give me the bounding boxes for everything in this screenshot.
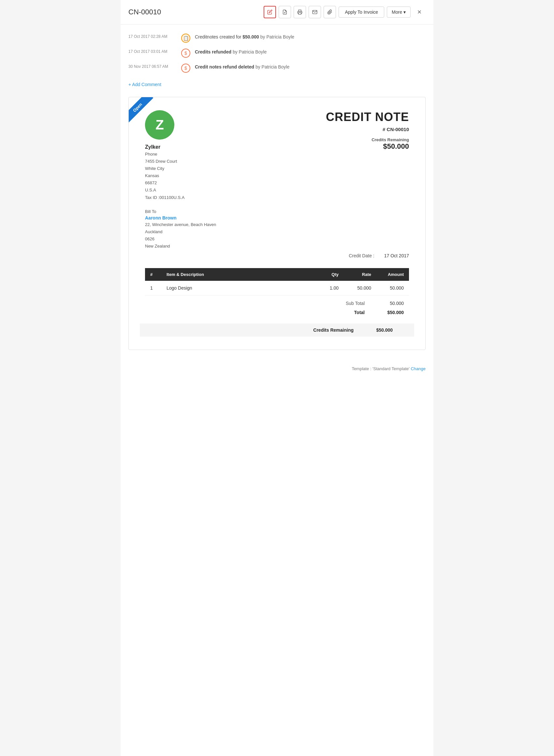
item-description: Logo Design [161, 281, 318, 296]
items-table: # Item & Description Qty Rate Amount 1 L… [145, 268, 409, 296]
credits-remaining-footer-value: $50.000 [364, 327, 393, 333]
credit-date-value: 17 Oct 2017 [384, 253, 409, 258]
activity-item-2: 17 Oct 2017 03:01 AM $ Credits refunded … [128, 46, 426, 61]
activity-text-3: Credit notes refund deleted by Patricia … [195, 64, 426, 69]
company-address-4: 66872 [145, 180, 184, 187]
more-button[interactable]: More ▾ [387, 6, 410, 17]
document-title: CREDIT NOTE [326, 110, 409, 124]
credits-remaining-label: Credits Remaining [326, 137, 409, 142]
document-title-section: CREDIT NOTE # CN-00010 Credits Remaining… [326, 110, 409, 151]
col-header-qty: Qty [318, 268, 344, 281]
credits-remaining-footer-row: Credits Remaining $50.000 [140, 323, 414, 337]
company-tax: Tax ID :001100U.S.A [145, 194, 184, 201]
activity-text-1: Creditnotes created for $50.000 by Patri… [195, 34, 426, 40]
activity-item-1: 17 Oct 2017 02:28 AM 📋 Creditnotes creat… [128, 31, 426, 46]
attach-button[interactable] [324, 6, 336, 18]
company-address-1: 7455 Drew Court [145, 158, 184, 165]
sub-total-label: Sub Total [322, 301, 375, 306]
activity-item-3: 30 Nov 2017 06:57 AM $ Credit notes refu… [128, 61, 426, 76]
bill-to-section: Bill To Aaronn Brown 22, Winchester aven… [145, 209, 409, 250]
bill-address-4: New Zealand [145, 243, 409, 250]
sub-total-row: Sub Total 50.000 [150, 299, 404, 308]
company-name: Zylker [145, 144, 184, 150]
edit-button[interactable] [264, 6, 276, 18]
email-button[interactable] [309, 6, 321, 18]
header-actions: Apply To Invoice More ▾ × [264, 6, 426, 18]
document-cn-number: # CN-00010 [326, 127, 409, 132]
total-label: Total [322, 310, 375, 315]
bill-address-3: 0626 [145, 236, 409, 243]
status-ribbon: Open [129, 97, 158, 127]
total-row: Total $50.000 [150, 308, 404, 317]
template-footer: Template : 'Standard Template' Change [121, 360, 433, 381]
credit-date-row: Credit Date : 17 Oct 2017 [145, 250, 409, 265]
table-row: 1 Logo Design 1.00 50.000 50.000 [145, 281, 409, 296]
credits-remaining-footer-label: Credits Remaining [311, 327, 364, 333]
more-label: More [392, 9, 402, 15]
svg-rect-2 [298, 12, 301, 14]
item-qty: 1.00 [318, 281, 344, 296]
totals-section: Sub Total 50.000 Total $50.000 [145, 296, 409, 323]
activity-section: 17 Oct 2017 02:28 AM 📋 Creditnotes creat… [121, 24, 433, 79]
document-wrapper: Open Z Zylker Phone 7455 Drew Court Whit… [121, 94, 433, 360]
activity-time-3: 30 Nov 2017 06:57 AM [128, 64, 177, 69]
col-header-amount: Amount [376, 268, 409, 281]
apply-to-invoice-button[interactable]: Apply To Invoice [339, 6, 384, 17]
status-badge: Open [129, 97, 153, 123]
change-template-link[interactable]: Change [410, 366, 426, 371]
item-num: 1 [145, 281, 161, 296]
sub-total-value: 50.000 [375, 301, 404, 306]
activity-time-1: 17 Oct 2017 02:28 AM [128, 34, 177, 39]
total-value: $50.000 [375, 310, 404, 315]
bill-to-name: Aaronn Brown [145, 215, 409, 220]
add-comment-button[interactable]: + Add Comment [121, 79, 169, 94]
item-amount: 50.000 [376, 281, 409, 296]
credit-date-label: Credit Date : [349, 253, 375, 258]
bill-address-1: 22, Winchester avenue, Beach Haven [145, 221, 409, 228]
credits-remaining-amount: $50.000 [326, 142, 409, 151]
company-address-5: U.S.A [145, 187, 184, 194]
activity-refund-icon-3: $ [181, 64, 190, 73]
item-rate: 50.000 [344, 281, 376, 296]
activity-time-2: 17 Oct 2017 03:01 AM [128, 49, 177, 54]
bill-to-address: 22, Winchester avenue, Beach Haven Auckl… [145, 221, 409, 250]
col-header-rate: Rate [344, 268, 376, 281]
bill-to-label: Bill To [145, 209, 409, 214]
more-arrow-icon: ▾ [403, 9, 406, 15]
company-info: Phone 7455 Drew Court White City Kansas … [145, 151, 184, 201]
col-header-num: # [145, 268, 161, 281]
page-title: CN-00010 [128, 8, 264, 16]
company-address-2: White City [145, 165, 184, 172]
page-header: CN-00010 [121, 0, 433, 24]
company-phone: Phone [145, 151, 184, 158]
close-button[interactable]: × [413, 6, 426, 18]
activity-text-2: Credits refunded by Patricia Boyle [195, 49, 426, 54]
credit-note-document: Open Z Zylker Phone 7455 Drew Court Whit… [128, 97, 426, 350]
bill-address-2: Auckland [145, 228, 409, 236]
activity-refund-icon-2: $ [181, 49, 190, 58]
pdf-button[interactable] [279, 6, 291, 18]
template-text: Template : 'Standard Template' [352, 366, 409, 371]
print-button[interactable] [294, 6, 306, 18]
col-header-description: Item & Description [161, 268, 318, 281]
activity-note-icon-1: 📋 [181, 34, 190, 43]
company-address-3: Kansas [145, 172, 184, 180]
